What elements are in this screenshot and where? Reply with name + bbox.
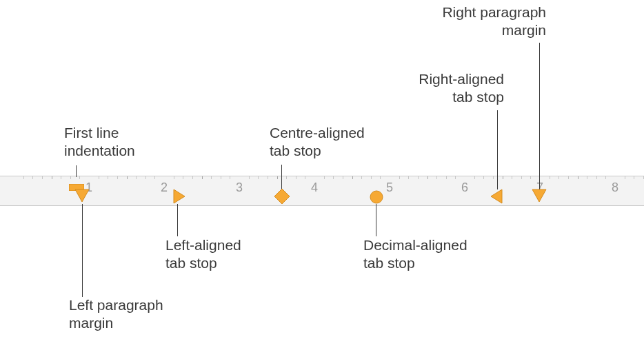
callout-line [281,165,282,189]
ruler-tick [61,176,61,179]
decimal-tab-stop-marker[interactable] [370,190,383,207]
ruler-tick [23,176,24,179]
ruler-tick [578,176,578,179]
svg-marker-2 [174,189,185,203]
ruler-tick [418,176,419,179]
ruler-tick [258,176,259,179]
ruler-tick [503,176,503,179]
callout-line [177,204,178,236]
left-margin-marker[interactable] [74,189,90,207]
ruler-tick [333,176,334,179]
right-tab-stop-marker[interactable] [490,189,503,207]
ruler-tick [436,176,437,179]
ruler-tick [202,176,203,179]
right-margin-marker[interactable] [532,189,547,207]
ruler-tick [568,176,569,179]
ruler-tick [221,176,221,179]
ruler-tick [249,176,250,179]
ruler-number: 3 [236,181,243,195]
ruler-tick [52,176,52,179]
svg-marker-6 [532,189,546,202]
ruler-tick [605,176,606,179]
ruler-tick [230,176,230,179]
ruler-tick [286,176,287,179]
ruler-tick [99,176,99,179]
ruler-tick [625,176,625,179]
callout-line [76,165,77,177]
ruler-tick [192,176,193,179]
ruler-tick [361,176,362,179]
label-first-line-indentation: First lineindentation [64,124,135,161]
label-left-aligned-tab-stop: Left-alignedtab stop [165,236,241,273]
ruler-tick [483,176,484,179]
ruler-tick [521,176,522,179]
label-right-aligned-tab-stop: Right-alignedtab stop [419,70,504,107]
ruler-tick [455,176,456,179]
left-tab-stop-marker[interactable] [173,189,185,207]
ruler-tick [408,176,409,179]
ruler-number: 8 [612,181,618,195]
ruler-tick [343,176,343,179]
ruler-tick [352,176,353,179]
ruler-tick [399,176,400,179]
ruler-tick [324,176,325,179]
callout-line [376,204,376,236]
ruler-tick [427,176,428,179]
ruler-tick [305,176,305,179]
ruler-number: 5 [386,181,393,195]
ruler-tick [634,176,634,179]
ruler-tick [512,176,512,179]
ruler-number: 4 [311,181,318,195]
svg-marker-1 [75,189,89,202]
ruler-tick [174,176,174,179]
ruler-tick [277,176,278,179]
ruler-tick [474,176,475,179]
ruler-tick [596,176,597,179]
svg-point-4 [370,191,383,203]
ruler-tick [550,176,550,179]
svg-marker-5 [491,189,502,203]
ruler-tick [145,176,146,179]
callout-line [497,110,498,189]
ruler-tick [380,176,381,179]
ruler-tick [587,176,587,179]
ruler-tick [136,176,137,179]
callout-line [539,43,540,189]
ruler-tick [268,176,268,179]
ruler-tick [296,176,296,179]
ruler-tick [183,176,183,179]
centre-tab-stop-marker[interactable] [274,188,290,208]
ruler-tick [32,176,33,179]
ruler-tick [154,176,155,179]
ruler: 12345678 [0,176,644,206]
label-left-paragraph-margin: Left paragraphmargin [69,296,163,333]
ruler-tick [117,176,118,179]
label-right-paragraph-margin: Right paragraphmargin [442,3,546,40]
ruler-tick [530,176,531,179]
ruler-number: 2 [161,181,168,195]
label-centre-aligned-tab-stop: Centre-alignedtab stop [270,124,365,161]
ruler-tick [127,176,128,179]
ruler-tick [108,176,108,179]
ruler-tick [211,176,212,179]
ruler-tick [559,176,559,179]
ruler-tick [446,176,447,179]
svg-marker-3 [274,189,290,204]
callout-line [82,204,83,297]
ruler-tick [42,176,43,179]
ruler-tick [371,176,372,179]
ruler-tick [493,176,494,179]
ruler-number: 6 [461,181,468,195]
label-decimal-aligned-tab-stop: Decimal-alignedtab stop [363,236,467,273]
